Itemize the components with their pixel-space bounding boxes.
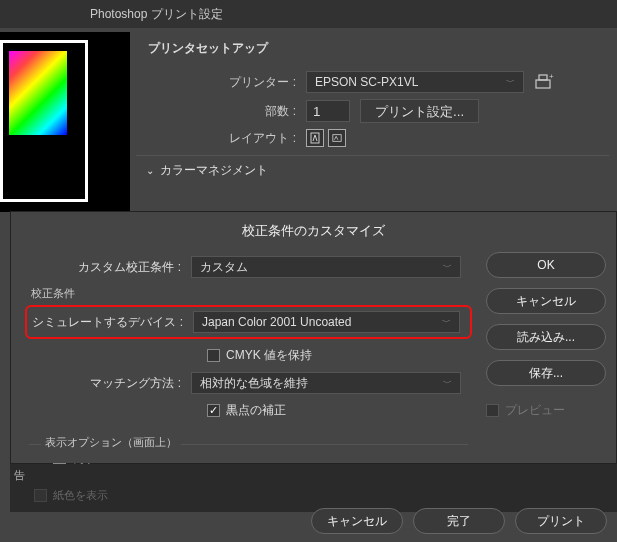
printer-add-icon[interactable]: + xyxy=(534,73,554,91)
preserve-cmyk-checkbox[interactable] xyxy=(207,349,220,362)
cancel-button[interactable]: キャンセル xyxy=(486,288,606,314)
chevron-down-icon: ﹀ xyxy=(506,76,515,89)
preview-image xyxy=(9,51,67,135)
copies-input[interactable] xyxy=(306,100,350,122)
svg-text:+: + xyxy=(549,73,554,81)
preview-checkbox xyxy=(486,404,499,417)
warn-prefix: 告 xyxy=(14,468,25,483)
bottom-strip: 告 紙色を表示 xyxy=(10,464,617,512)
display-options-label: 表示オプション（画面上） xyxy=(41,435,181,450)
custom-condition-label: カスタム校正条件 : xyxy=(21,259,191,276)
chevron-down-icon: ⌄ xyxy=(146,165,154,176)
load-button[interactable]: 読み込み... xyxy=(486,324,606,350)
chevron-down-icon: ﹀ xyxy=(442,316,451,329)
preview-label: プレビュー xyxy=(505,402,565,419)
layout-label: レイアウト : xyxy=(136,130,306,147)
printer-label: プリンター : xyxy=(136,74,306,91)
layout-landscape-icon[interactable] xyxy=(328,129,346,147)
matching-select[interactable]: 相対的な色域を維持 ﹀ xyxy=(191,372,461,394)
done-button[interactable]: 完了 xyxy=(413,508,505,534)
printer-setup-header: プリンタセットアップ xyxy=(136,32,609,65)
blackpoint-checkbox[interactable] xyxy=(207,404,220,417)
print-settings-button[interactable]: プリント設定... xyxy=(360,99,479,123)
svg-rect-0 xyxy=(536,80,550,88)
device-value: Japan Color 2001 Uncoated xyxy=(202,315,351,329)
print-preview-area xyxy=(0,32,130,212)
print-panel: プリンタセットアップ プリンター : EPSON SC-PX1VL ﹀ + 部数… xyxy=(0,28,617,542)
copies-label: 部数 : xyxy=(136,103,306,120)
chevron-down-icon: ﹀ xyxy=(443,377,452,390)
layout-portrait-icon[interactable] xyxy=(306,129,324,147)
chevron-down-icon: ﹀ xyxy=(443,261,452,274)
proof-conditions-label: 校正条件 xyxy=(31,286,476,301)
printer-value: EPSON SC-PX1VL xyxy=(315,75,418,89)
color-management-section[interactable]: ⌄ カラーマネジメント xyxy=(136,155,609,185)
show-paper-label: 紙色を表示 xyxy=(53,488,108,503)
dialog-title: 校正条件のカスタマイズ xyxy=(11,212,616,248)
custom-condition-value: カスタム xyxy=(200,259,248,276)
device-row-highlight: シミュレートするデバイス : Japan Color 2001 Uncoated… xyxy=(25,305,472,339)
cancel-print-button[interactable]: キャンセル xyxy=(311,508,403,534)
window-title: Photoshop プリント設定 xyxy=(90,6,223,23)
device-select[interactable]: Japan Color 2001 Uncoated ﹀ xyxy=(193,311,460,333)
window-titlebar: Photoshop プリント設定 xyxy=(0,0,617,28)
custom-condition-select[interactable]: カスタム ﹀ xyxy=(191,256,461,278)
color-management-label: カラーマネジメント xyxy=(160,162,268,179)
show-paper-checkbox xyxy=(34,489,47,502)
save-button[interactable]: 保存... xyxy=(486,360,606,386)
print-button[interactable]: プリント xyxy=(515,508,607,534)
preserve-cmyk-label: CMYK 値を保持 xyxy=(226,347,312,364)
device-label: シミュレートするデバイス : xyxy=(29,314,193,331)
printer-setup-panel: プリンタセットアップ プリンター : EPSON SC-PX1VL ﹀ + 部数… xyxy=(136,32,609,185)
preview-page xyxy=(0,40,88,202)
matching-label: マッチング方法 : xyxy=(21,375,191,392)
printer-select[interactable]: EPSON SC-PX1VL ﹀ xyxy=(306,71,524,93)
matching-value: 相対的な色域を維持 xyxy=(200,375,308,392)
svg-rect-1 xyxy=(539,75,547,80)
proof-setup-dialog: 校正条件のカスタマイズ カスタム校正条件 : カスタム ﹀ 校正条件 シミュレー… xyxy=(10,211,617,464)
blackpoint-label: 黒点の補正 xyxy=(226,402,286,419)
dialog-bottom-buttons: キャンセル 完了 プリント xyxy=(311,508,607,534)
ok-button[interactable]: OK xyxy=(486,252,606,278)
